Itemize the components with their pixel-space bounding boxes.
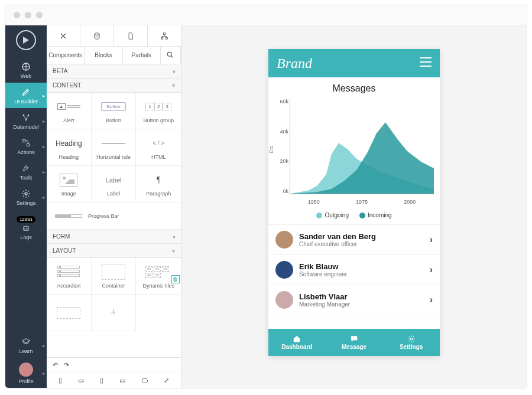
device-desktop[interactable]: 🖵 xyxy=(141,377,148,384)
rail-label: Learn xyxy=(19,348,33,354)
tab-blocks[interactable]: Blocks xyxy=(85,47,122,64)
tile-label: Alert xyxy=(63,117,74,123)
rail-item-uibuilder[interactable]: UI Builder ▸ xyxy=(5,83,47,108)
mode-page-button[interactable] xyxy=(114,25,148,46)
svg-point-13 xyxy=(168,52,172,56)
graduation-icon xyxy=(21,337,31,347)
tile-image[interactable]: Image xyxy=(47,166,92,203)
traffic-light-close[interactable] xyxy=(14,12,20,18)
undo-button[interactable]: ↶ xyxy=(53,361,58,369)
file-icon xyxy=(126,32,135,40)
mode-design-button[interactable] xyxy=(47,25,80,46)
logs-count-badge: 12981 xyxy=(17,216,35,223)
tile-html[interactable]: < / > HTML xyxy=(136,129,181,166)
rail-label: Web xyxy=(21,73,31,79)
device-fullscreen[interactable]: ⤢ xyxy=(164,377,169,384)
chart-plot-area xyxy=(290,99,434,194)
tile-label: Label xyxy=(107,191,120,197)
rail-item-datamodel[interactable]: Datamodel ▸ xyxy=(5,108,47,133)
tab-dashboard[interactable]: Dashboard xyxy=(268,329,326,356)
rail-item-actions[interactable]: Actions ▸ xyxy=(5,133,47,159)
device-phone-portrait[interactable]: ▯ xyxy=(59,377,62,384)
tile-paragraph[interactable]: ¶ Paragraph xyxy=(136,166,181,203)
tab-components[interactable]: Components xyxy=(47,47,85,64)
tab-message[interactable]: Message xyxy=(326,329,383,356)
chart-legend: Outgoing Incoming xyxy=(268,208,440,224)
rail-item-web[interactable]: Web xyxy=(5,57,47,83)
tile-container[interactable]: Container xyxy=(92,258,137,295)
tile-row-empty[interactable] xyxy=(47,295,92,331)
contact-row[interactable]: Sander van den Berg Chief executive offi… xyxy=(268,225,440,255)
tile-hr[interactable]: Horizontal rule xyxy=(92,129,137,166)
y-tick: 40k xyxy=(280,129,288,135)
section-content[interactable]: CONTENT ▾ xyxy=(47,79,181,93)
traffic-light-minimize[interactable] xyxy=(25,12,31,18)
expand-icon: ▾ xyxy=(172,247,175,254)
delete-tile-button[interactable]: 🗑 xyxy=(171,275,180,283)
rail-item-tools[interactable]: Tools ▸ xyxy=(5,159,47,184)
chevron-right-icon: › xyxy=(430,234,433,245)
tile-add[interactable]: + xyxy=(92,295,137,331)
section-form[interactable]: FORM ◂ xyxy=(47,230,181,244)
log-icon: LOG xyxy=(21,226,31,233)
content-tile-grid: ▲ Alert Button Button 123 Button group H… xyxy=(47,93,181,230)
caret-right-icon: ▸ xyxy=(43,169,45,174)
section-beta[interactable]: BETA ◂ xyxy=(47,64,181,79)
svg-point-3 xyxy=(25,119,27,121)
svg-point-9 xyxy=(95,32,99,35)
chevron-right-icon: › xyxy=(430,265,433,275)
progress-preview xyxy=(55,214,82,218)
builder-tabs: Components Blocks Partials xyxy=(47,47,181,64)
tile-label: Dynamic tiles xyxy=(142,283,174,289)
avatar xyxy=(275,291,293,309)
hamburger-menu-button[interactable] xyxy=(420,57,432,69)
svg-text:LOG: LOG xyxy=(24,228,28,230)
gear-icon xyxy=(21,189,31,198)
section-label: LAYOUT xyxy=(53,247,76,254)
caret-right-icon: ▸ xyxy=(43,143,45,149)
tile-alert[interactable]: ▲ Alert xyxy=(47,93,92,129)
tile-label: Image xyxy=(61,191,76,197)
search-components-button[interactable] xyxy=(161,47,181,64)
traffic-light-zoom[interactable] xyxy=(36,12,43,18)
section-layout[interactable]: LAYOUT ▾ xyxy=(47,244,181,258)
tab-settings[interactable]: Settings xyxy=(382,329,440,356)
tile-dynamictiles[interactable]: t#1t#2t#3t#4t#5 Dynamic tiles 🗑 xyxy=(136,258,181,295)
heading-preview: Heading xyxy=(56,139,82,148)
rail-label: UI Builder xyxy=(14,99,38,105)
tile-progressbar[interactable]: Progress Bar xyxy=(47,203,181,230)
rail-item-settings[interactable]: Settings ▸ xyxy=(5,184,47,210)
contact-row[interactable]: Erik Blauw Software engineer › xyxy=(268,255,440,285)
caret-right-icon: ▸ xyxy=(43,370,45,376)
tile-label: Horizontal rule xyxy=(96,154,131,160)
layout-tile-grid: Accordion Container t#1t#2t#3t#4t#5 Dyna… xyxy=(47,258,181,331)
rail-item-learn[interactable]: Learn ▸ xyxy=(5,332,47,358)
tile-button[interactable]: Button Button xyxy=(92,93,137,129)
caret-right-icon: ▸ xyxy=(43,118,45,123)
tile-buttongroup[interactable]: 123 Button group xyxy=(136,93,181,129)
rail-item-profile[interactable]: Profile ▸ xyxy=(5,358,47,388)
device-phone-landscape[interactable]: ▭ xyxy=(78,377,84,384)
device-tablet-portrait[interactable]: ▯ xyxy=(100,377,103,384)
play-preview-button[interactable] xyxy=(16,30,36,50)
mode-sitemap-button[interactable] xyxy=(148,25,181,46)
svg-rect-11 xyxy=(161,37,163,39)
tile-label[interactable]: Label Label xyxy=(92,166,137,203)
section-label: FORM xyxy=(53,233,70,240)
tile-heading[interactable]: Heading Heading xyxy=(47,129,92,166)
tile-accordion[interactable]: Accordion xyxy=(47,258,92,295)
device-tablet-landscape[interactable]: ▭ xyxy=(119,377,125,384)
mode-data-button[interactable] xyxy=(80,25,114,46)
tile-label: Heading xyxy=(59,154,79,160)
flow-icon xyxy=(21,138,31,148)
x-tick: 2000 xyxy=(404,199,416,205)
rail-item-logs[interactable]: 12981 LOG Logs xyxy=(5,210,47,244)
caret-right-icon: ▸ xyxy=(43,93,45,98)
tab-partials[interactable]: Partials xyxy=(123,47,161,64)
tools-crossed-icon xyxy=(59,32,67,40)
redo-button[interactable]: ↷ xyxy=(64,361,69,369)
contact-row[interactable]: Lisbeth Vlaar Marketing Manager › xyxy=(268,285,440,315)
contacts-list: Sander van den Berg Chief executive offi… xyxy=(268,224,440,315)
label-preview: Label xyxy=(106,177,122,184)
canvas[interactable]: Brand Messages Etc 60k 40k 20k 0k xyxy=(181,25,527,388)
